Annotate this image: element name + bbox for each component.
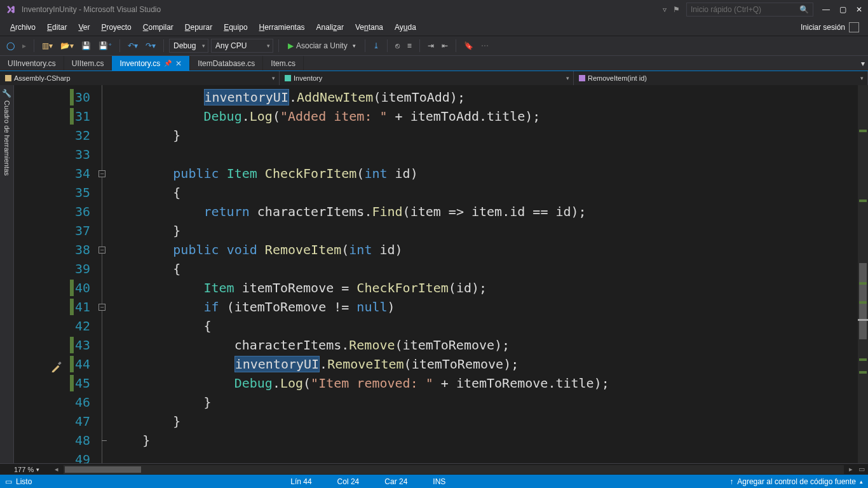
attach-button[interactable]: ▶ Asociar a Unity ▾ bbox=[284, 41, 360, 50]
fold-toggle[interactable]: − bbox=[98, 170, 105, 177]
quick-launch[interactable]: Inicio rápido (Ctrl+Q) 🔍 bbox=[686, 3, 813, 17]
code-line[interactable]: public Item CheckForItem(int id) bbox=[112, 164, 858, 183]
code-line[interactable]: inventoryUI.AddNewItem(itemToAdd); bbox=[112, 88, 858, 107]
save-all-button[interactable]: 💾⁺ bbox=[96, 40, 114, 51]
split-icon[interactable]: ▭ bbox=[855, 465, 868, 473]
menu-help[interactable]: Ayuda bbox=[390, 21, 421, 34]
menu-view[interactable]: Ver bbox=[73, 21, 95, 34]
hscroll-left[interactable]: ◂ bbox=[52, 465, 61, 473]
line-number: 40 bbox=[14, 278, 90, 297]
new-project-button[interactable]: ▥▾ bbox=[39, 40, 55, 51]
tab-inventory-cs[interactable]: Inventory.cs📌✕ bbox=[112, 56, 190, 71]
code-line[interactable]: Debug.Log("Added item: " + itemToAdd.tit… bbox=[112, 107, 858, 126]
sign-in-button[interactable]: Iniciar sesión bbox=[797, 20, 863, 34]
nav-back-button[interactable]: ◯ bbox=[4, 40, 17, 51]
menu-tools[interactable]: Herramientas bbox=[254, 21, 310, 34]
close-button[interactable]: ✕ bbox=[855, 5, 863, 14]
menu-build[interactable]: Compilar bbox=[138, 21, 179, 34]
misc-button-1[interactable]: ⎋ bbox=[393, 40, 402, 51]
code-line[interactable]: characterItems.Remove(itemToRemove); bbox=[112, 336, 858, 355]
change-marker bbox=[70, 299, 74, 315]
hscroll-right[interactable]: ▸ bbox=[846, 465, 855, 473]
open-file-button[interactable]: 📂▾ bbox=[58, 40, 76, 51]
document-tabstrip: UIInventory.csUIItem.csInventory.cs📌✕Ite… bbox=[0, 56, 868, 71]
code-line[interactable]: { bbox=[112, 316, 858, 336]
misc-button-3[interactable]: ⋯ bbox=[478, 40, 491, 51]
code-line[interactable]: } bbox=[112, 412, 858, 431]
nav-member[interactable]: RemoveItem(int id) bbox=[574, 71, 868, 85]
menu-project[interactable]: Proyecto bbox=[96, 21, 136, 34]
status-line: Lín 44 bbox=[290, 477, 311, 486]
platform-combo[interactable]: Any CPU bbox=[211, 39, 273, 53]
code-line[interactable]: inventoryUI.RemoveItem(itemToRemove); bbox=[112, 355, 858, 374]
nav-class[interactable]: Inventory bbox=[280, 71, 574, 85]
code-editor[interactable]: 3031323334353637383940414243444546474849… bbox=[14, 85, 868, 463]
nav-bar: Assembly-CSharp Inventory RemoveItem(int… bbox=[0, 71, 868, 85]
hscroll-thumb[interactable] bbox=[65, 466, 141, 473]
avatar-icon bbox=[849, 22, 859, 32]
line-number: 35 bbox=[14, 183, 90, 202]
code-line[interactable] bbox=[112, 450, 858, 463]
tab-itemdatabase-cs[interactable]: ItemDatabase.cs bbox=[190, 56, 263, 71]
line-number: 31 bbox=[14, 107, 90, 126]
tab-uiitem-cs[interactable]: UIItem.cs bbox=[64, 56, 112, 71]
code-area[interactable]: inventoryUI.AddNewItem(itemToAdd); Debug… bbox=[112, 85, 858, 463]
code-line[interactable] bbox=[112, 145, 858, 164]
notifications-icon[interactable]: ▿ bbox=[663, 5, 667, 14]
menu-debug[interactable]: Depurar bbox=[180, 21, 217, 34]
code-line[interactable]: { bbox=[112, 259, 858, 278]
menu-team[interactable]: Equipo bbox=[219, 21, 252, 34]
toolbox-panel-tab[interactable]: 🔧 Cuadro de herramientas bbox=[0, 85, 14, 463]
code-line[interactable]: if (itemToRemove != null) bbox=[112, 297, 858, 316]
statusbar: ▭ Listo Lín 44 Col 24 Car 24 INS ↑ Agreg… bbox=[0, 475, 868, 488]
change-marker bbox=[70, 375, 74, 391]
outlining-margin[interactable]: −−− bbox=[97, 85, 112, 463]
minimize-button[interactable]: — bbox=[822, 5, 830, 14]
tab-item-cs[interactable]: Item.cs bbox=[263, 56, 304, 71]
tab-uiinventory-cs[interactable]: UIInventory.cs bbox=[0, 56, 64, 71]
code-line[interactable]: } bbox=[112, 431, 858, 450]
zoom-combo[interactable]: 177 % ▾ bbox=[14, 466, 52, 473]
feedback-icon[interactable]: ⚑ bbox=[673, 5, 680, 14]
menu-file[interactable]: Archivo bbox=[5, 21, 41, 34]
vertical-scrollbar[interactable] bbox=[858, 85, 868, 463]
horizontal-scrollbar[interactable] bbox=[64, 465, 844, 474]
redo-button[interactable]: ↷▾ bbox=[143, 40, 158, 51]
code-line[interactable]: } bbox=[112, 221, 858, 240]
pin-icon[interactable]: 📌 bbox=[164, 60, 172, 67]
undo-button[interactable]: ↶▾ bbox=[125, 40, 140, 51]
nav-assembly[interactable]: Assembly-CSharp bbox=[0, 71, 280, 85]
tab-label: UIInventory.cs bbox=[8, 59, 56, 68]
fold-toggle[interactable]: − bbox=[98, 247, 105, 254]
misc-button-2[interactable]: ≡ bbox=[405, 40, 414, 51]
config-combo[interactable]: Debug bbox=[169, 39, 208, 53]
line-number: 32 bbox=[14, 126, 90, 145]
code-line[interactable]: } bbox=[112, 126, 858, 145]
menu-window[interactable]: Ventana bbox=[350, 21, 388, 34]
close-tab-icon[interactable]: ✕ bbox=[175, 59, 182, 68]
tab-overflow-icon[interactable]: ▾ bbox=[858, 56, 868, 71]
quick-launch-placeholder: Inicio rápido (Ctrl+Q) bbox=[691, 5, 761, 14]
code-line[interactable]: return characterItems.Find(item => item.… bbox=[112, 202, 858, 221]
toolbox-icon: 🔧 bbox=[2, 89, 11, 98]
nav-fwd-button[interactable]: ▸ bbox=[20, 40, 29, 51]
fold-toggle[interactable]: − bbox=[98, 304, 105, 311]
code-line[interactable]: { bbox=[112, 183, 858, 202]
step-button[interactable]: ⤓ bbox=[370, 40, 382, 51]
source-control-button[interactable]: ↑ Agregar al control de código fuente ▴ bbox=[729, 477, 863, 486]
indent-button[interactable]: ⇥ bbox=[425, 40, 437, 51]
bookmark-button[interactable]: 🔖 bbox=[461, 40, 476, 51]
maximize-button[interactable]: ▢ bbox=[839, 5, 846, 14]
code-line[interactable]: public void RemoveItem(int id) bbox=[112, 240, 858, 259]
change-marker bbox=[70, 280, 74, 296]
code-line[interactable]: } bbox=[112, 393, 858, 412]
outdent-button[interactable]: ⇤ bbox=[439, 40, 451, 51]
menu-edit[interactable]: Editar bbox=[42, 21, 72, 34]
code-line[interactable]: Item itemToRemove = CheckForItem(id); bbox=[112, 278, 858, 297]
menu-analyze[interactable]: Analizar bbox=[311, 21, 349, 34]
save-button[interactable]: 💾 bbox=[79, 40, 93, 51]
line-number: 33 bbox=[14, 145, 90, 164]
code-line[interactable]: Debug.Log("Item removed: " + itemToRemov… bbox=[112, 374, 858, 393]
lightbulb-icon[interactable] bbox=[51, 358, 62, 370]
toolbar: ◯ ▸ ▥▾ 📂▾ 💾 💾⁺ ↶▾ ↷▾ Debug Any CPU ▶ Aso… bbox=[0, 36, 868, 56]
